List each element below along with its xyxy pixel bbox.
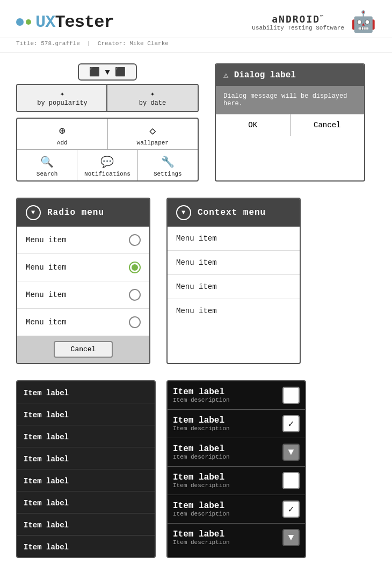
add-label: Add xyxy=(57,140,68,146)
dark-list-item-5[interactable]: Item label xyxy=(17,469,155,491)
android-area: aNDROID™ Usability Testing Software 🤖 xyxy=(252,10,376,34)
check-list-item-4[interactable]: Item label Item description xyxy=(168,467,305,495)
radio-circle-3 xyxy=(129,289,141,301)
dark-list-item-6[interactable]: Item label xyxy=(17,491,155,513)
context-item-3[interactable]: Menu item xyxy=(168,275,300,299)
check-text-1: Item label Item description xyxy=(173,387,282,403)
dialog-warning-icon: ⚠ xyxy=(223,70,229,81)
logo-dots xyxy=(16,18,31,26)
checkbox-1[interactable] xyxy=(282,387,300,404)
tab-popularity-icon: ✦ xyxy=(60,89,64,98)
menu-row-2: 🔍 Search 💬 Notifications 🔧 Settings xyxy=(17,150,198,180)
radio-item-4[interactable]: Menu item xyxy=(17,309,149,336)
radio-item-2[interactable]: Menu item xyxy=(17,254,149,281)
settings-label: Settings xyxy=(154,171,182,177)
logo-tester: Tester xyxy=(55,12,113,32)
context-menu-title: Context menu xyxy=(198,208,266,218)
cancel-bar: Cancel xyxy=(17,336,149,363)
menu-grid: ⊕ Add ◇ Wallpaper 🔍 Search 💬 N xyxy=(16,118,199,182)
menu-search[interactable]: 🔍 Search xyxy=(17,150,77,180)
android-brand: aNDROID™ xyxy=(252,13,344,25)
radio-menu-title: Radio menu xyxy=(47,208,104,218)
check-list-item-3[interactable]: Item label Item description ▼ xyxy=(168,438,305,467)
tab-by-date[interactable]: ✦ by date xyxy=(106,84,199,112)
menu-settings[interactable]: 🔧 Settings xyxy=(138,150,198,180)
context-item-2-label: Menu item xyxy=(176,258,217,267)
logo-area: UXTester xyxy=(16,12,114,32)
dropdown-3[interactable]: ▼ xyxy=(282,444,300,461)
dark-list-item-3[interactable]: Item label xyxy=(17,425,155,447)
context-menu: ▼ Context menu Menu item Menu item Menu … xyxy=(166,198,301,364)
radio-circle-2 xyxy=(129,262,141,273)
checkbox-5[interactable]: ✓ xyxy=(282,501,300,518)
radio-menu-header: ▼ Radio menu xyxy=(17,199,149,227)
dark-list-item-7[interactable]: Item label xyxy=(17,513,155,535)
dark-list-item-4[interactable]: Item label xyxy=(17,447,155,469)
menu-wallpaper[interactable]: ◇ Wallpaper xyxy=(108,119,198,149)
check-list-item-5[interactable]: Item label Item description ✓ xyxy=(168,495,305,524)
context-item-4-label: Menu item xyxy=(176,307,217,315)
meta-title: Title: 578.graffle xyxy=(16,40,80,47)
tab-date-label: by date xyxy=(139,99,166,107)
check-text-5: Item label Item description xyxy=(173,501,282,517)
check-list-item-2[interactable]: Item label Item description ✓ xyxy=(168,410,305,438)
checkbox-4[interactable] xyxy=(282,472,300,489)
android-robot-icon: 🤖 xyxy=(351,10,376,34)
dialog-cancel-button[interactable]: Cancel xyxy=(291,114,365,136)
top-row: ⬛ ▼ ⬛ ✦ by popularity ✦ by date ⊕ xyxy=(16,63,376,182)
add-icon: ⊕ xyxy=(59,124,66,137)
dialog-header: ⚠ Dialog label xyxy=(216,64,364,86)
main-content: ⬛ ▼ ⬛ ✦ by popularity ✦ by date ⊕ xyxy=(0,53,392,569)
radio-item-3[interactable]: Menu item xyxy=(17,281,149,309)
menu-notifications[interactable]: 💬 Notifications xyxy=(77,150,137,180)
notifications-label: Notifications xyxy=(84,171,130,177)
context-menu-header: ▼ Context menu xyxy=(168,199,300,227)
check-list-item-6[interactable]: Item label Item description ▼ xyxy=(168,524,305,552)
check-list-item-1[interactable]: Item label Item description xyxy=(168,381,305,410)
settings-icon: 🔧 xyxy=(161,155,175,169)
dropdown-6[interactable]: ▼ xyxy=(282,529,300,546)
context-items: Menu item Menu item Menu item Menu item xyxy=(168,227,300,323)
phone-mockup: ⬛ ▼ ⬛ ✦ by popularity ✦ by date ⊕ xyxy=(16,63,199,182)
radio-menu: ▼ Radio menu Menu item Menu item Menu it… xyxy=(16,198,150,364)
check-text-3: Item label Item description xyxy=(173,444,282,460)
radio-item-1[interactable]: Menu item xyxy=(17,227,149,254)
dark-list-item-8[interactable]: Item label xyxy=(17,535,155,557)
menu-add[interactable]: ⊕ Add xyxy=(17,119,108,149)
search-label: Search xyxy=(37,171,58,177)
middle-row: ▼ Radio menu Menu item Menu item Menu it… xyxy=(16,198,376,364)
wallpaper-icon: ◇ xyxy=(149,124,156,137)
radio-item-4-label: Menu item xyxy=(26,318,67,327)
dot-green xyxy=(26,19,31,25)
radio-menu-arrow-icon: ▼ xyxy=(26,205,41,220)
tab-by-popularity[interactable]: ✦ by popularity xyxy=(17,85,107,111)
dark-list-item-2[interactable]: Item label xyxy=(17,403,155,425)
context-item-4[interactable]: Menu item xyxy=(168,299,300,323)
tab-bar[interactable]: ✦ by popularity ✦ by date xyxy=(16,84,199,112)
android-text: aNDROID™ Usability Testing Software xyxy=(252,13,344,31)
dialog-ok-button[interactable]: OK xyxy=(216,114,291,136)
phone-top: ⬛ ▼ ⬛ xyxy=(16,63,199,81)
checkbox-2[interactable]: ✓ xyxy=(282,415,300,432)
dialog-body: Dialog message will be displayed here. xyxy=(216,86,364,114)
check-text-2: Item label Item description xyxy=(173,416,282,432)
logo-ux: UX xyxy=(35,12,55,32)
speaker-icon: ⬛ ▼ ⬛ xyxy=(89,67,126,77)
dark-list-item-1[interactable]: Item label xyxy=(17,381,155,403)
dialog-title: Dialog label xyxy=(234,70,296,80)
radio-menu-items: Menu item Menu item Menu item Menu item xyxy=(17,227,149,336)
context-item-1[interactable]: Menu item xyxy=(168,227,300,251)
android-sub: Usability Testing Software xyxy=(252,25,344,31)
meta-bar: Title: 578.graffle | Creator: Mike Clark… xyxy=(0,38,392,53)
radio-dot-2 xyxy=(132,264,138,271)
dialog-buttons: OK Cancel xyxy=(216,114,364,136)
logo-text: UXTester xyxy=(35,12,114,32)
tab-date-icon: ✦ xyxy=(150,89,155,98)
search-icon: 🔍 xyxy=(40,155,54,169)
header: UXTester aNDROID™ Usability Testing Soft… xyxy=(0,0,392,38)
radio-cancel-button[interactable]: Cancel xyxy=(54,341,113,358)
check-list: Item label Item description Item label I… xyxy=(166,380,306,558)
check-text-4: Item label Item description xyxy=(173,473,282,489)
menu-row-1: ⊕ Add ◇ Wallpaper xyxy=(17,119,198,150)
context-item-2[interactable]: Menu item xyxy=(168,251,300,275)
